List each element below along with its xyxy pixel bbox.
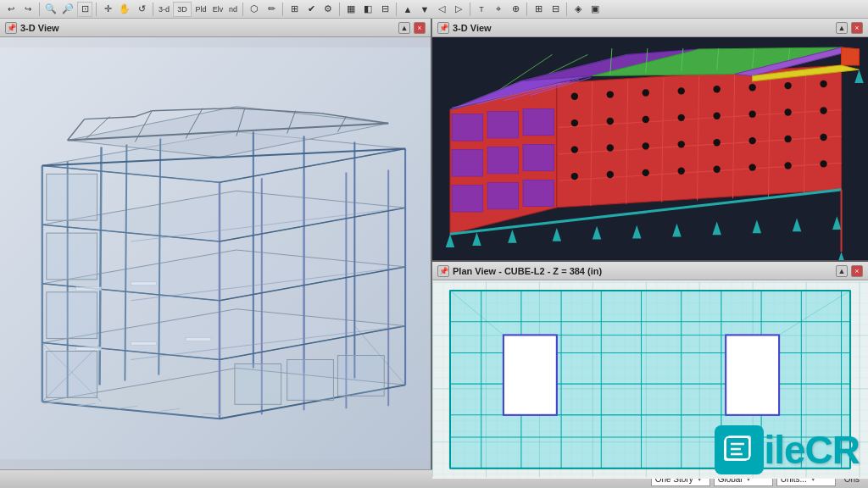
svg-point-101 — [607, 118, 614, 125]
svg-point-110 — [643, 142, 649, 149]
svg-point-100 — [571, 119, 578, 126]
left-view-pin[interactable]: 📌 — [5, 22, 17, 34]
3d-view-button[interactable]: 3D — [173, 2, 192, 17]
svg-rect-183 — [504, 336, 557, 415]
separator-4 — [242, 3, 243, 16]
right-top-float[interactable]: ▲ — [836, 22, 848, 34]
plan-view-content: ileCR — [432, 280, 868, 479]
misc5[interactable]: ▼ — [417, 2, 432, 17]
svg-point-121 — [748, 164, 755, 170]
colored-building-svg — [432, 37, 868, 260]
misc3[interactable]: ⊟ — [377, 2, 392, 17]
toolbar: ↩ ↪ 🔍 🔎 ⊡ ✛ ✋ ↺ 3-d 3D Pld Elv nd ⬡ ✏ ⊞ … — [0, 0, 868, 19]
svg-rect-78 — [452, 186, 483, 212]
plan-button[interactable]: Pld — [193, 2, 209, 17]
misc2[interactable]: ◧ — [360, 2, 376, 17]
right-bottom-pin[interactable]: 📌 — [437, 265, 449, 277]
right-bottom-content[interactable]: ileCR — [432, 280, 868, 479]
filecr-text: ileCR — [764, 427, 860, 473]
check-button[interactable]: ✔ — [303, 2, 319, 17]
left-view-content[interactable] — [0, 37, 431, 469]
svg-rect-72 — [452, 114, 483, 141]
svg-point-109 — [607, 144, 614, 151]
select-tool[interactable]: ✛ — [100, 2, 115, 17]
right-bottom-close[interactable]: × — [851, 265, 863, 277]
svg-point-120 — [713, 166, 720, 173]
svg-rect-50 — [287, 360, 334, 401]
misc9[interactable]: ⌖ — [491, 2, 506, 17]
misc10[interactable]: ⊕ — [508, 2, 523, 17]
draw-tool[interactable]: ✏ — [264, 2, 279, 17]
zoom-out-button[interactable]: 🔎 — [60, 2, 75, 17]
misc1[interactable]: ▦ — [343, 2, 359, 17]
misc13[interactable]: ◈ — [570, 2, 586, 17]
separator-8 — [470, 3, 470, 16]
svg-rect-51 — [337, 356, 384, 396]
svg-rect-80 — [523, 180, 554, 206]
right-top-close[interactable]: × — [851, 22, 863, 34]
right-panel: 📌 3-D View ▲ × — [432, 19, 868, 469]
svg-point-114 — [784, 136, 791, 142]
elevation-button[interactable]: Elv — [210, 2, 225, 17]
settings-button[interactable]: ⚙ — [320, 2, 336, 17]
svg-point-94 — [643, 89, 649, 96]
misc11[interactable]: ⊞ — [531, 2, 546, 17]
svg-rect-75 — [452, 150, 483, 176]
filecr-watermark: ileCR — [715, 425, 860, 474]
svg-rect-47 — [47, 233, 97, 280]
svg-point-122 — [784, 162, 791, 169]
pan-tool[interactable]: ✋ — [117, 2, 132, 17]
svg-point-97 — [748, 84, 755, 91]
misc7[interactable]: ▷ — [451, 2, 466, 17]
misc12[interactable]: ⊟ — [548, 2, 563, 17]
zoom-fit-button[interactable]: ⊡ — [77, 2, 92, 17]
separator-1 — [39, 3, 40, 16]
right-bottom-float[interactable]: ▲ — [836, 265, 848, 277]
separator-3 — [153, 3, 153, 16]
separator-6 — [339, 3, 340, 16]
right-top-title: 3-D View — [453, 23, 832, 33]
svg-rect-77 — [523, 144, 554, 170]
left-view-close[interactable]: × — [414, 22, 426, 34]
svg-point-118 — [643, 169, 649, 176]
undo-button[interactable]: ↩ — [3, 2, 19, 17]
misc14[interactable]: ▣ — [587, 2, 603, 17]
redo-button[interactable]: ↪ — [20, 2, 36, 17]
svg-point-95 — [678, 87, 685, 94]
svg-point-113 — [748, 137, 755, 144]
steel-frame-svg — [0, 37, 431, 469]
svg-point-106 — [784, 108, 791, 115]
separator-9 — [526, 3, 527, 16]
svg-rect-46 — [47, 292, 97, 339]
right-top-titlebar: 📌 3-D View ▲ × — [432, 19, 868, 37]
svg-marker-137 — [842, 47, 860, 65]
nd-label: nd — [227, 5, 239, 14]
svg-point-116 — [571, 173, 578, 180]
right-top-content[interactable] — [432, 37, 868, 260]
misc4[interactable]: ▲ — [400, 2, 415, 17]
svg-rect-48 — [47, 174, 97, 220]
right-top-pin[interactable]: 📌 — [437, 22, 449, 34]
svg-point-123 — [820, 160, 826, 167]
svg-rect-66 — [131, 342, 156, 346]
right-bottom-titlebar: 📌 Plan View - CUBE-L2 - Z = 384 (in) ▲ × — [432, 262, 868, 280]
svg-rect-184 — [726, 336, 779, 415]
misc8[interactable]: T — [474, 2, 489, 17]
svg-point-105 — [748, 110, 755, 117]
svg-rect-69 — [131, 282, 156, 286]
misc6[interactable]: ◁ — [434, 2, 449, 17]
zoom-in-button[interactable]: 🔍 — [43, 2, 58, 17]
svg-point-98 — [784, 82, 791, 89]
view-3d-label: 3-d — [157, 5, 171, 14]
svg-point-117 — [607, 171, 614, 178]
svg-rect-45 — [47, 352, 97, 398]
svg-point-92 — [571, 92, 578, 99]
separator-2 — [96, 3, 97, 16]
shape-tool[interactable]: ⬡ — [247, 2, 262, 17]
left-view-float[interactable]: ▲ — [398, 22, 410, 34]
svg-rect-79 — [487, 182, 519, 208]
svg-point-103 — [678, 114, 685, 121]
grid-button[interactable]: ⊞ — [287, 2, 302, 17]
rotate-tool[interactable]: ↺ — [134, 2, 149, 17]
separator-10 — [566, 3, 567, 16]
